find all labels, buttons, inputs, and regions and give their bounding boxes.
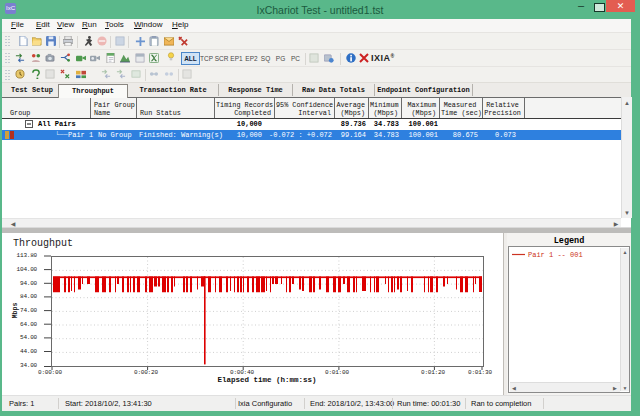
svg-text:Pair 1 -- 001: Pair 1 -- 001 bbox=[528, 251, 583, 259]
